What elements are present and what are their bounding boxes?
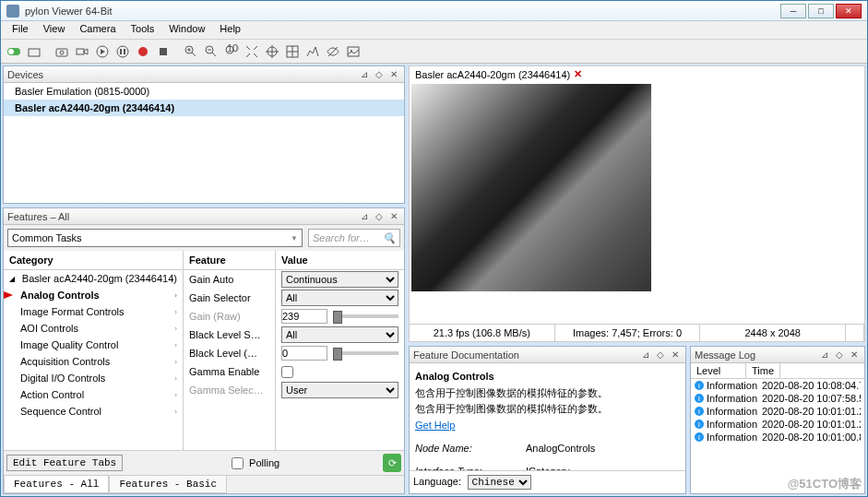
hide-icon[interactable] (324, 42, 342, 61)
black-level-slider[interactable] (333, 351, 398, 355)
minimize-button[interactable]: ─ (780, 4, 806, 18)
image-tab[interactable]: Basler acA2440-20gm (23446414)✕ (410, 66, 864, 82)
category-acquisition[interactable]: Acquisition Controls› (4, 353, 183, 370)
category-imagequality[interactable]: Image Quality Control› (4, 337, 183, 353)
open-icon[interactable] (25, 42, 43, 61)
log-row[interactable]: iInformation2020-08-20 10:07:58.521 (691, 392, 864, 405)
log-time: 2020-08-20 10:07:58.521 (762, 393, 861, 404)
device-row[interactable]: Basler acA2440-20gm (23446414) (4, 100, 404, 116)
pause-icon[interactable] (113, 42, 132, 61)
gain-auto-select[interactable]: Continuous (281, 271, 398, 288)
gain-raw-input[interactable] (281, 309, 327, 324)
gamma-selector[interactable]: User (281, 382, 398, 398)
feature-header: Feature (184, 251, 275, 270)
doc-nodename-k: Node Name: (415, 441, 526, 456)
zoom-100-icon[interactable]: 100 (222, 42, 241, 61)
edit-feature-tabs-button[interactable]: Edit Feature Tabs (6, 455, 123, 471)
titlebar: pylon Viewer 64-Bit ─ □ ✕ (1, 1, 867, 21)
menu-camera[interactable]: Camera (72, 21, 123, 39)
pin-icon[interactable]: ⊿ (358, 68, 371, 81)
zoom-in-icon[interactable] (182, 42, 200, 61)
snapshot-icon[interactable] (53, 42, 71, 61)
log-time: 2020-08-20 10:01:00.823 (762, 432, 861, 443)
watermark: @51CTO博客 (788, 476, 862, 492)
gain-raw-slider[interactable] (333, 314, 398, 318)
log-row[interactable]: iInformation2020-08-20 10:01:01.213 (691, 418, 864, 431)
window-title: pylon Viewer 64-Bit (25, 6, 780, 17)
app-icon (6, 5, 19, 18)
category-digitalio[interactable]: Digital I/O Controls› (4, 370, 183, 386)
info-icon: i (695, 381, 704, 390)
stop-icon[interactable] (154, 42, 172, 61)
doc-body: Analog Controls 包含用于控制图像数据的模拟特征的参数。 包含用于… (410, 363, 685, 470)
close-panel-icon[interactable]: ✕ (848, 349, 861, 361)
undock-icon[interactable]: ◇ (833, 349, 846, 361)
image-view[interactable] (410, 82, 864, 324)
category-root[interactable]: Basler acA2440-20gm (23446414) (4, 270, 183, 287)
crosshair-icon[interactable] (263, 42, 281, 61)
search-input[interactable]: Search for…🔍 (308, 229, 400, 247)
close-panel-icon[interactable]: ✕ (387, 210, 400, 223)
log-row[interactable]: iInformation2020-08-20 10:08:04.787 (691, 379, 864, 392)
svg-rect-3 (56, 49, 67, 56)
feature-label: Gain Auto (184, 270, 275, 289)
svg-rect-9 (124, 49, 125, 54)
log-row[interactable]: iInformation2020-08-20 10:01:01.213 (691, 405, 864, 418)
svg-rect-2 (29, 49, 40, 56)
doc-help-link[interactable]: Get Help (415, 420, 455, 431)
histogram-icon[interactable] (303, 42, 322, 61)
status-images: Images: 7,457; Errors: 0 (555, 325, 701, 341)
image-icon[interactable] (344, 42, 363, 61)
menu-file[interactable]: File (5, 21, 36, 39)
undock-icon[interactable]: ◇ (373, 210, 386, 223)
category-aoi[interactable]: AOI Controls› (4, 320, 183, 337)
image-tab-label: Basler acA2440-20gm (23446414) (415, 69, 570, 80)
close-tab-icon[interactable]: ✕ (574, 68, 582, 80)
maximize-button[interactable]: □ (808, 4, 834, 18)
play-icon[interactable] (93, 42, 112, 61)
close-panel-icon[interactable]: ✕ (669, 349, 682, 361)
toggle-icon[interactable] (5, 42, 23, 61)
tab-features-basic[interactable]: Features - Basic (109, 476, 227, 493)
search-icon: 🔍 (383, 232, 396, 244)
menu-window[interactable]: Window (161, 21, 212, 39)
pin-icon[interactable]: ⊿ (818, 349, 831, 361)
category-imageformat[interactable]: Image Format Controls› (4, 303, 183, 320)
menu-help[interactable]: Help (212, 21, 248, 39)
svg-rect-8 (120, 49, 122, 54)
svg-text:100: 100 (227, 44, 239, 53)
zoom-fit-icon[interactable] (243, 42, 261, 61)
log-time: 2020-08-20 10:08:04.787 (762, 380, 861, 391)
refresh-icon[interactable]: ⟳ (383, 454, 401, 472)
log-row[interactable]: iInformation2020-08-20 10:01:00.823 (691, 431, 864, 444)
svg-point-10 (138, 47, 148, 56)
category-action[interactable]: Action Control› (4, 386, 183, 403)
category-sequence[interactable]: Sequence Control› (4, 403, 183, 420)
polling-checkbox[interactable] (232, 457, 244, 469)
language-select[interactable]: Chinese (468, 475, 531, 490)
record-video-icon[interactable] (73, 42, 91, 61)
menu-view[interactable]: View (36, 21, 73, 39)
features-title: Features – All (7, 211, 69, 222)
status-resolution: 2448 x 2048 (700, 325, 846, 341)
category-analog[interactable]: Analog Controls› (4, 287, 183, 303)
pin-icon[interactable]: ⊿ (639, 349, 652, 361)
undock-icon[interactable]: ◇ (654, 349, 667, 361)
gain-selector-select[interactable]: All (281, 290, 398, 306)
menu-tools[interactable]: Tools (124, 21, 162, 39)
black-level-selector[interactable]: All (281, 326, 398, 343)
tab-features-all[interactable]: Features - All (4, 476, 109, 493)
record-icon[interactable] (134, 42, 152, 61)
tasks-combo[interactable]: Common Tasks▼ (7, 229, 303, 247)
close-panel-icon[interactable]: ✕ (387, 68, 400, 81)
pin-icon[interactable]: ⊿ (358, 210, 371, 223)
grid-icon[interactable] (283, 42, 302, 61)
black-level-input[interactable] (281, 346, 327, 361)
zoom-out-icon[interactable] (202, 42, 220, 61)
close-button[interactable]: ✕ (836, 4, 862, 18)
undock-icon[interactable]: ◇ (373, 68, 386, 81)
device-row[interactable]: Basler Emulation (0815-0000) (4, 83, 404, 100)
svg-point-7 (117, 46, 128, 57)
gamma-enable-checkbox[interactable] (281, 366, 293, 378)
doc-title: Feature Documentation (413, 349, 519, 361)
